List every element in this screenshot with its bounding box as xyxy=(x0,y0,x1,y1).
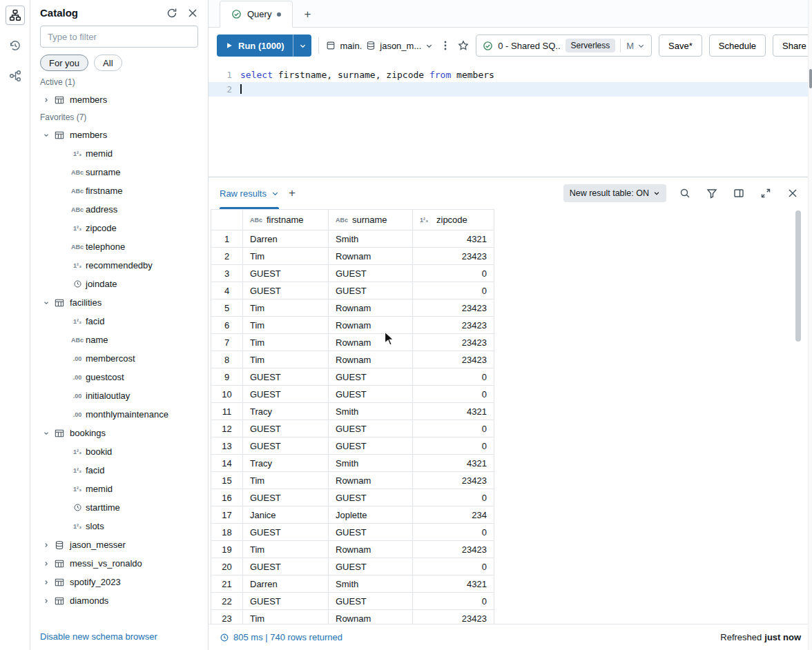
panel-layout-button[interactable] xyxy=(731,185,747,201)
warehouse-selector[interactable]: 0 - Shared SQ.. Serverless M xyxy=(476,35,652,57)
tree-item-guestcost[interactable]: .00guestcost xyxy=(30,368,208,386)
table-row[interactable]: 18GUESTGUEST0 xyxy=(211,524,494,541)
tree-item-diamonds[interactable]: diamonds xyxy=(30,591,208,610)
table-row[interactable]: 8TimRownam23423 xyxy=(211,351,494,368)
tree-item-zipcode[interactable]: 1²₃zipcode xyxy=(30,219,208,237)
chevron-right-icon[interactable] xyxy=(40,542,52,549)
tree-item-memid[interactable]: 1²₃memid xyxy=(30,144,208,163)
tree-item-facid[interactable]: 1²₃facid xyxy=(30,461,208,480)
run-options-button[interactable] xyxy=(293,35,311,57)
tab-raw-results[interactable]: Raw results xyxy=(220,177,279,209)
schema-browser-rail-button[interactable] xyxy=(6,6,25,25)
column-header-firstname[interactable]: ABcfirstname xyxy=(243,210,329,230)
pill-all[interactable]: All xyxy=(94,55,122,71)
column-header-surname[interactable]: ABcsurname xyxy=(329,210,413,230)
table-row[interactable]: 21DarrenSmith4321 xyxy=(211,575,494,593)
page-scrollbar[interactable] xyxy=(808,0,812,650)
tree-item-surname[interactable]: ABcsurname xyxy=(30,163,208,181)
disable-schema-browser-link[interactable]: Disable new schema browser xyxy=(40,631,157,642)
tree-item-slots[interactable]: 1²₃slots xyxy=(30,517,208,535)
table-row[interactable]: 15TimRownam23423 xyxy=(211,472,494,489)
tree-item-bookid[interactable]: 1²₃bookid xyxy=(30,442,208,461)
tab-query[interactable]: Query xyxy=(220,1,293,28)
data-cell: GUEST xyxy=(243,386,329,403)
run-button[interactable]: Run (1000) xyxy=(217,35,293,57)
table-row[interactable]: 12GUESTGUEST0 xyxy=(211,420,494,437)
table-row[interactable]: 22GUESTGUEST0 xyxy=(211,593,494,610)
table-row[interactable]: 6TimRownam23423 xyxy=(211,317,494,334)
tree-item-starttime[interactable]: starttime xyxy=(30,498,208,517)
kebab-menu-button[interactable] xyxy=(440,37,451,54)
column-header-zipcode[interactable]: 1²₃zipcode xyxy=(413,210,494,230)
table-row[interactable]: 20GUESTGUEST0 xyxy=(211,558,494,575)
tree-item-spotify_2023[interactable]: spotify_2023 xyxy=(30,573,208,591)
chevron-down-icon[interactable] xyxy=(40,430,52,437)
tree-item-messi_vs_ronaldo[interactable]: messi_vs_ronaldo xyxy=(30,554,208,573)
tree-item-facid[interactable]: 1²₃facid xyxy=(30,312,208,331)
tree-item-telephone[interactable]: ABctelephone xyxy=(30,237,208,256)
close-icon[interactable] xyxy=(187,8,198,19)
tree-item-monthlymaintenance[interactable]: .00monthlymaintenance xyxy=(30,405,208,424)
results-scrollbar[interactable] xyxy=(795,210,801,342)
chevron-right-icon[interactable] xyxy=(40,97,52,104)
tree-item-bookings[interactable]: bookings xyxy=(30,424,208,442)
table-row[interactable]: 17JaniceJoplette234 xyxy=(211,506,494,524)
chevron-down-icon[interactable] xyxy=(40,132,52,139)
data-cell: 23423 xyxy=(413,472,494,489)
table-row[interactable]: 14TracySmith4321 xyxy=(211,455,494,472)
chevron-down-icon[interactable] xyxy=(40,299,52,306)
table-row[interactable]: 10GUESTGUEST0 xyxy=(211,386,494,403)
tree-item-firstname[interactable]: ABcfirstname xyxy=(30,181,208,200)
refresh-icon[interactable] xyxy=(166,8,177,19)
table-row[interactable]: 5TimRownam23423 xyxy=(211,299,494,317)
sql-editor[interactable]: 1select firstname, surname, zipcode from… xyxy=(209,63,812,177)
tree-item-recommendedby[interactable]: 1²₃recommendedby xyxy=(30,256,208,275)
tree-item-members[interactable]: members xyxy=(30,90,208,109)
data-cell: 0 xyxy=(413,489,494,506)
data-cell: GUEST xyxy=(329,282,413,299)
table-row[interactable]: 13GUESTGUEST0 xyxy=(211,437,494,455)
tree-item-joindate[interactable]: joindate xyxy=(30,275,208,293)
tree-item-jason_messer[interactable]: jason_messer xyxy=(30,535,208,554)
favorite-star-button[interactable] xyxy=(458,37,469,54)
tree-item-name[interactable]: ABcname xyxy=(30,331,208,349)
new-result-table-toggle[interactable]: New result table: ON xyxy=(563,184,666,202)
search-results-button[interactable] xyxy=(677,185,693,201)
pill-for-you[interactable]: For you xyxy=(40,55,88,71)
tree-item-members[interactable]: members xyxy=(30,126,208,144)
editor-line[interactable]: 1select firstname, surname, zipcode from… xyxy=(209,68,812,82)
warehouse-size-dropdown[interactable]: M xyxy=(620,39,645,52)
editor-line[interactable]: 2 xyxy=(209,82,812,97)
table-row[interactable]: 16GUESTGUEST0 xyxy=(211,489,494,506)
tree-item-membercost[interactable]: .00membercost xyxy=(30,349,208,368)
table-row[interactable]: 19TimRownam23423 xyxy=(211,541,494,558)
table-row[interactable]: 2TimRownam23423 xyxy=(211,248,494,265)
page-scrollbar-thumb[interactable] xyxy=(809,69,812,88)
tree-item-memid[interactable]: 1²₃memid xyxy=(30,480,208,498)
tree-item-address[interactable]: ABcaddress xyxy=(30,200,208,219)
table-row[interactable]: 23TimRownam23423 xyxy=(211,610,494,624)
chevron-right-icon[interactable] xyxy=(40,560,52,567)
table-row[interactable]: 11TracySmith4321 xyxy=(211,403,494,420)
chevron-right-icon[interactable] xyxy=(40,598,52,604)
table-row[interactable]: 7TimRownam23423 xyxy=(211,334,494,351)
catalog-schema-selector[interactable]: main. jason_m... xyxy=(326,41,433,51)
save-button[interactable]: Save* xyxy=(659,35,702,57)
lineage-rail-button[interactable] xyxy=(6,66,25,86)
table-row[interactable]: 3GUESTGUEST0 xyxy=(211,265,494,282)
schedule-button[interactable]: Schedule xyxy=(709,35,766,57)
history-rail-button[interactable] xyxy=(6,36,25,55)
close-results-button[interactable] xyxy=(784,185,801,201)
chevron-right-icon[interactable] xyxy=(40,579,52,586)
table-row[interactable]: 1DarrenSmith4321 xyxy=(211,230,494,248)
add-result-tab-button[interactable]: + xyxy=(289,186,296,200)
tree-item-facilities[interactable]: facilities xyxy=(30,293,208,312)
table-row[interactable]: 9GUESTGUEST0 xyxy=(211,368,494,386)
fullscreen-button[interactable] xyxy=(757,185,774,201)
catalog-filter-input[interactable] xyxy=(40,26,198,48)
table-row[interactable]: 4GUESTGUEST0 xyxy=(211,282,494,299)
filter-results-button[interactable] xyxy=(704,185,720,201)
new-tab-button[interactable]: + xyxy=(304,8,311,20)
share-button[interactable]: Share xyxy=(773,35,812,57)
tree-item-initialoutlay[interactable]: .00initialoutlay xyxy=(30,386,208,405)
